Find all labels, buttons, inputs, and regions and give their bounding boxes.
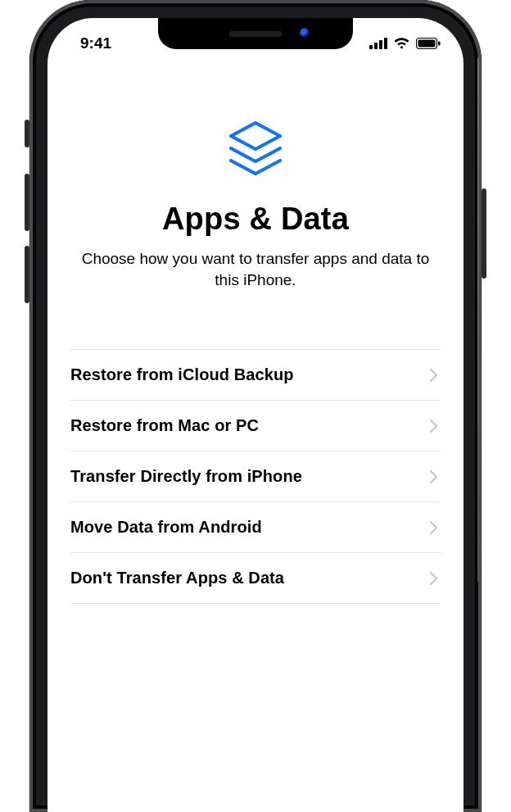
transfer-options-list: Restore from iCloud Backup Restore from … (70, 349, 441, 604)
chevron-right-icon (429, 520, 439, 535)
svg-rect-2 (379, 40, 382, 49)
option-label: Move Data from Android (70, 518, 262, 537)
earpiece-speaker (229, 31, 282, 37)
option-label: Restore from iCloud Backup (70, 365, 294, 384)
page-title: Apps & Data (70, 202, 441, 237)
status-time: 9:41 (75, 26, 111, 52)
screen: 9:41 (47, 18, 464, 812)
volume-up-button (25, 174, 29, 231)
chevron-right-icon (429, 368, 439, 383)
volume-down-button (25, 246, 29, 303)
front-camera (300, 28, 310, 39)
mute-switch (25, 120, 29, 147)
iphone-device-frame: 9:41 (29, 0, 482, 812)
cellular-icon (369, 38, 387, 49)
layers-icon (70, 121, 441, 179)
notch (158, 18, 353, 49)
svg-rect-3 (384, 38, 387, 49)
svg-rect-1 (374, 43, 378, 49)
svg-rect-6 (438, 42, 441, 46)
svg-rect-0 (369, 45, 373, 49)
chevron-right-icon (429, 470, 439, 484)
option-label: Don't Transfer Apps & Data (70, 569, 284, 587)
option-label: Restore from Mac or PC (70, 416, 259, 435)
option-label: Transfer Directly from iPhone (70, 467, 302, 486)
page-subtitle: Choose how you want to transfer apps and… (70, 248, 441, 290)
wifi-icon (393, 38, 410, 49)
option-move-android[interactable]: Move Data from Android (70, 502, 441, 553)
side-button (482, 188, 486, 279)
option-transfer-iphone[interactable]: Transfer Directly from iPhone (70, 451, 441, 502)
chevron-right-icon (429, 571, 439, 586)
apps-and-data-screen: Apps & Data Choose how you want to trans… (47, 61, 464, 604)
option-restore-icloud[interactable]: Restore from iCloud Backup (70, 350, 441, 401)
svg-rect-5 (418, 40, 436, 48)
option-dont-transfer[interactable]: Don't Transfer Apps & Data (70, 553, 441, 604)
battery-icon (416, 38, 441, 49)
chevron-right-icon (429, 419, 439, 433)
status-icons (369, 29, 441, 49)
option-restore-mac-pc[interactable]: Restore from Mac or PC (70, 401, 441, 451)
